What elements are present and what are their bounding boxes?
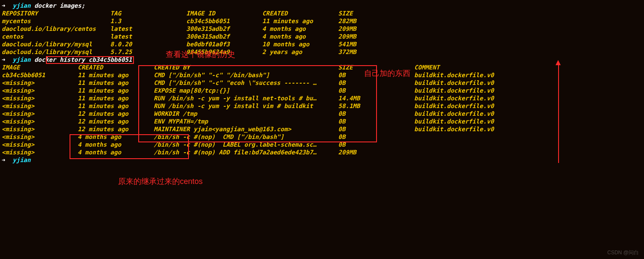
terminal-line: daocloud.io/library/mysql 8.0.20 be0dbf0… [2,40,494,48]
terminal-line: <missing> 11 minutes ago RUN /bin/sh -c … [2,94,494,102]
terminal-line: cb34c5bb6051 11 minutes ago CMD ["/bin/s… [2,71,494,79]
terminal-line: <missing> 4 months ago /bin/sh -c #(nop)… [2,133,494,141]
terminal-line: <missing> 11 minutes ago RUN /bin/sh -c … [2,102,494,110]
terminal-output[interactable]: ➜ yjian docker images;REPOSITORY TAG IMA… [2,2,494,164]
terminal-line: ➜ yjian docker history cb34c5bb6051 [2,56,494,63]
terminal-line: centos latest 300e315adb2f 4 months ago … [2,33,494,40]
terminal-line: mycentos 1.3 cb34c5bb6051 11 minutes ago… [2,17,494,25]
terminal-line: daocloud.io/library/mysql 5.7.25 98455b9… [2,48,494,56]
annotation-arrow-line [558,64,559,163]
terminal-line: daocloud.io/library/centos latest 300e31… [2,25,494,33]
annotation-text-inherit: 原来的继承过来的centos [118,178,203,185]
terminal-line: ➜ yjian [2,156,494,164]
terminal-line: IMAGE CREATED CREATED BY SIZE COMMENT [2,63,494,71]
terminal-line: <missing> 12 minutes ago ENV MYPATH=/tmp… [2,117,494,125]
watermark: CSDN @问白 [607,249,639,256]
terminal-line: <missing> 12 minutes ago WORKDIR /tmp 0B… [2,110,494,117]
terminal-line: <missing> 11 minutes ago EXPOSE map[80/t… [2,87,494,94]
terminal-line: <missing> 4 months ago /bin/sh -c #(nop)… [2,141,494,148]
terminal-line: <missing> 12 minutes ago MAINTAINER yjai… [2,125,494,133]
terminal-line: <missing> 4 months ago /bin/sh -c #(nop)… [2,148,494,156]
terminal-line: ➜ yjian docker images; [2,2,494,9]
terminal-line: <missing> 11 minutes ago CMD ["/bin/sh" … [2,79,494,87]
annotation-arrow-head [556,60,561,65]
terminal-line: REPOSITORY TAG IMAGE ID CREATED SIZE [2,9,494,17]
